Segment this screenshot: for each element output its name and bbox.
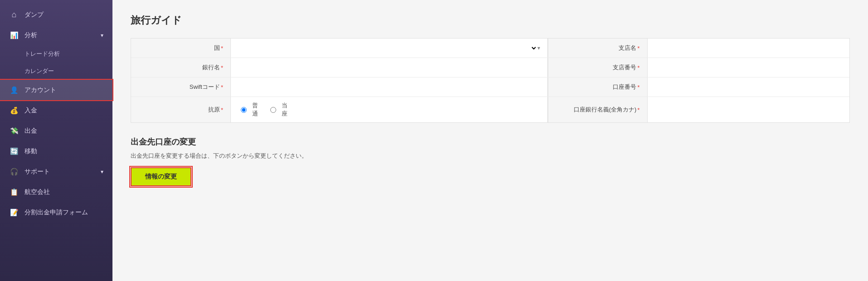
swift-label: Swiftコード *	[131, 78, 231, 97]
branch-number-label: 支店番号 *	[548, 58, 648, 77]
change-section: 出金先口座の変更 出金先口座を変更する場合は、下のボタンから変更してください。 …	[131, 136, 850, 186]
branch-name-field[interactable]	[655, 45, 843, 52]
branch-number-input[interactable]	[648, 58, 850, 77]
change-section-description: 出金先口座を変更する場合は、下のボタンから変更してください。	[131, 152, 850, 160]
bank-name-label: 銀行名 *	[131, 58, 231, 77]
radio-touza[interactable]	[268, 107, 279, 113]
chart-icon	[9, 30, 19, 40]
sidebar-item-label: 分析	[24, 31, 37, 39]
radio-futsu-text: 普通	[252, 102, 258, 118]
sidebar-item-support[interactable]: サポート ▾	[0, 161, 112, 182]
account-holder-field[interactable]	[655, 107, 843, 113]
sidebar-sub-item-label: カレンダー	[24, 67, 54, 75]
form-row-type: 抗原 * 普通 当座 口座銀行名義(全角カナ)	[131, 97, 849, 122]
sidebar-item-label: 航空会社	[24, 188, 50, 196]
change-section-title: 出金先口座の変更	[131, 136, 850, 147]
sidebar-item-label: アカウント	[24, 86, 56, 94]
change-info-button[interactable]: 情報の変更	[131, 167, 191, 186]
sidebar-item-label: 入金	[24, 107, 37, 115]
sidebar-item-label: 移動	[24, 147, 37, 155]
account-type-radio-group: 普通 当座	[238, 102, 288, 118]
swift-field[interactable]	[238, 84, 540, 91]
sidebar-item-account[interactable]: アカウント	[0, 80, 112, 100]
sidebar-item-split[interactable]: 分割出金申請フォーム	[0, 202, 112, 223]
account-holder-input[interactable]	[648, 97, 850, 122]
account-number-section: 口座番号 *	[548, 78, 850, 97]
radio-touza-label[interactable]: 当座	[268, 102, 288, 118]
branch-name-label: 支店名 *	[548, 39, 648, 58]
sidebar-item-label: 分割出金申請フォーム	[24, 208, 88, 217]
form-row-swift: Swiftコード * 口座番号 *	[131, 78, 849, 97]
chevron-down-icon: ▾	[101, 169, 103, 175]
sidebar-item-label: ダンプ	[24, 11, 44, 19]
radio-futsu-label[interactable]: 普通	[238, 102, 258, 118]
radio-touza-text: 当座	[282, 102, 288, 118]
sidebar-item-withdraw[interactable]: 出金	[0, 121, 112, 141]
sidebar-item-deposit[interactable]: 入金	[0, 100, 112, 121]
transfer-icon	[9, 146, 19, 156]
country-label: 国 *	[131, 39, 231, 58]
sidebar-item-label: サポート	[24, 168, 50, 176]
chevron-down-icon: ▾	[101, 32, 103, 39]
main-content: 旅行ガイド 国 * ▾ 支店名 *	[112, 0, 868, 281]
account-number-input[interactable]	[648, 78, 850, 97]
deposit-icon	[9, 106, 19, 115]
bank-name-input[interactable]	[231, 58, 548, 77]
swift-input[interactable]	[231, 78, 548, 97]
withdraw-icon	[9, 126, 19, 136]
branch-number-section: 支店番号 *	[548, 58, 850, 77]
sidebar-item-analysis[interactable]: 分析 ▾	[0, 25, 112, 45]
chevron-down-icon: ▾	[537, 45, 540, 51]
sidebar-sub-item-calendar[interactable]: カレンダー	[0, 63, 112, 80]
sidebar-item-label: 出金	[24, 127, 37, 135]
support-icon	[9, 167, 19, 176]
account-holder-section: 口座銀行名義(全角カナ) *	[548, 97, 850, 122]
sidebar: ダンプ 分析 ▾ トレード分析 カレンダー アカウント 入金 出金 移動 サポー…	[0, 0, 112, 281]
sidebar-item-airline[interactable]: 航空会社	[0, 182, 112, 202]
sidebar-sub-item-label: トレード分析	[24, 50, 60, 58]
form-row-country: 国 * ▾ 支店名 *	[131, 39, 849, 58]
country-select[interactable]	[238, 44, 537, 52]
page-title: 旅行ガイド	[131, 14, 850, 27]
account-type-input[interactable]: 普通 当座	[231, 97, 548, 122]
account-icon	[9, 85, 19, 95]
sidebar-item-dump[interactable]: ダンプ	[0, 5, 112, 25]
split-icon	[9, 208, 19, 217]
form-section: 国 * ▾ 支店名 *	[131, 38, 850, 123]
bank-name-field[interactable]	[238, 64, 540, 71]
account-type-label: 抗原 *	[131, 97, 231, 122]
sidebar-sub-item-trade-analysis[interactable]: トレード分析	[0, 45, 112, 63]
branch-name-section: 支店名 *	[548, 39, 850, 58]
sidebar-item-transfer[interactable]: 移動	[0, 141, 112, 161]
branch-name-input[interactable]	[648, 39, 850, 58]
form-row-bank: 銀行名 * 支店番号 *	[131, 58, 849, 78]
airline-icon	[9, 187, 19, 197]
account-holder-label: 口座銀行名義(全角カナ) *	[548, 97, 648, 122]
home-icon	[9, 10, 19, 19]
account-number-label: 口座番号 *	[548, 78, 648, 97]
radio-futsu[interactable]	[238, 107, 249, 113]
account-number-field[interactable]	[655, 84, 843, 91]
country-input[interactable]: ▾	[231, 39, 548, 58]
branch-number-field[interactable]	[655, 64, 843, 71]
